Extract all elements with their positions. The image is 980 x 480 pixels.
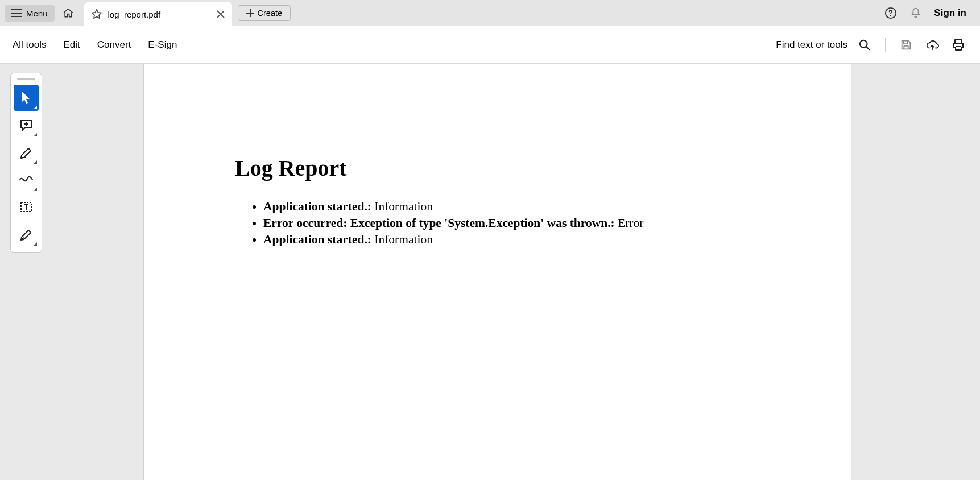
- search-icon: [858, 39, 871, 51]
- content-area: Log Report Application started.: Informa…: [0, 64, 980, 480]
- create-label: Create: [258, 9, 283, 18]
- toolbar-edit[interactable]: Edit: [64, 39, 80, 51]
- submenu-indicator-icon: [34, 106, 37, 109]
- menu-label: Menu: [26, 9, 48, 18]
- close-icon: [217, 10, 225, 18]
- toolbar-convert[interactable]: Convert: [97, 39, 131, 51]
- hamburger-icon: [11, 9, 22, 17]
- comment-tool[interactable]: [14, 112, 39, 138]
- titlebar: Menu log_report.pdf Create: [0, 0, 980, 26]
- toolbar-all-tools[interactable]: All tools: [13, 39, 47, 51]
- save-button[interactable]: [897, 36, 915, 54]
- star-icon: [91, 9, 102, 20]
- divider: [885, 38, 886, 52]
- highlighter-icon: [19, 146, 33, 159]
- drag-handle[interactable]: [17, 78, 35, 80]
- text-box-icon: [19, 201, 33, 213]
- log-entry-rest: Information: [371, 200, 433, 213]
- cloud-upload-button[interactable]: [923, 36, 941, 54]
- log-entry: Application started.: Information: [263, 231, 760, 248]
- document-title: Log Report: [235, 155, 760, 181]
- print-button[interactable]: [949, 36, 967, 54]
- log-entry-bold: Error occurred: Exception of type 'Syste…: [263, 216, 615, 230]
- signin-link[interactable]: Sign in: [932, 7, 969, 19]
- toolbar: All tools Edit Convert E-Sign Find text …: [0, 26, 980, 64]
- tab-title: log_report.pdf: [108, 10, 213, 19]
- document-content: Log Report Application started.: Informa…: [144, 64, 851, 248]
- menu-button[interactable]: Menu: [5, 5, 55, 22]
- log-entry-rest: Error: [615, 216, 644, 230]
- help-icon: [884, 7, 897, 19]
- find-label[interactable]: Find text or tools: [776, 39, 847, 51]
- home-button[interactable]: [59, 4, 77, 22]
- toolbar-right: Find text or tools: [776, 36, 967, 54]
- submenu-indicator-icon: [34, 242, 37, 246]
- log-entry-bold: Application started.:: [263, 200, 371, 213]
- log-entry: Application started.: Information: [263, 198, 760, 215]
- save-icon: [900, 39, 912, 51]
- tab-close-button[interactable]: [213, 6, 229, 22]
- plus-icon: [246, 9, 254, 17]
- pen-icon: [19, 228, 33, 241]
- help-button[interactable]: [882, 4, 900, 22]
- document-page[interactable]: Log Report Application started.: Informa…: [143, 64, 851, 480]
- notification-button[interactable]: [907, 4, 925, 22]
- log-entry-rest: Information: [371, 233, 433, 246]
- submenu-indicator-icon: [34, 160, 37, 164]
- create-button[interactable]: Create: [238, 5, 291, 21]
- cloud-upload-icon: [925, 39, 939, 51]
- home-icon: [63, 7, 74, 19]
- bell-icon: [909, 7, 922, 19]
- log-entry: Error occurred: Exception of type 'Syste…: [263, 215, 760, 231]
- highlight-tool[interactable]: [14, 139, 39, 165]
- log-list: Application started.: Information Error …: [235, 198, 760, 248]
- submenu-indicator-icon: [34, 133, 37, 136]
- document-tab[interactable]: log_report.pdf: [84, 2, 232, 26]
- draw-icon: [19, 175, 34, 185]
- sign-tool[interactable]: [14, 221, 39, 247]
- search-button[interactable]: [855, 36, 874, 54]
- svg-point-1: [890, 15, 891, 16]
- toolbar-left: All tools Edit Convert E-Sign: [13, 39, 177, 51]
- text-select-tool[interactable]: [14, 194, 39, 220]
- submenu-indicator-icon: [34, 188, 37, 191]
- print-icon: [952, 39, 965, 51]
- toolbar-esign[interactable]: E-Sign: [148, 39, 177, 51]
- star-button[interactable]: [89, 6, 105, 22]
- select-tool[interactable]: [14, 85, 39, 111]
- cursor-icon: [20, 90, 32, 105]
- draw-tool[interactable]: [14, 167, 39, 193]
- titlebar-right: Sign in: [882, 4, 975, 22]
- comment-icon: [19, 119, 33, 131]
- side-toolbar: [10, 73, 42, 253]
- log-entry-bold: Application started.:: [263, 233, 371, 246]
